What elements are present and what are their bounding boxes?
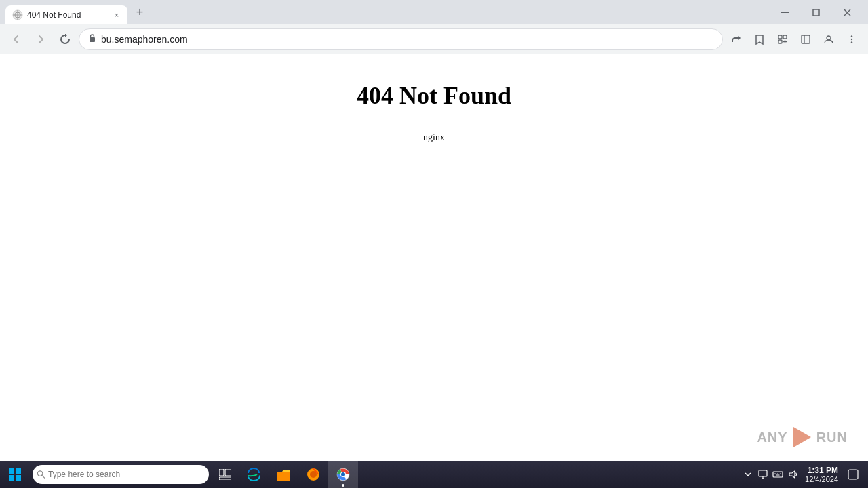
restore-button[interactable] <box>800 1 831 23</box>
forward-button[interactable] <box>30 28 52 50</box>
chrome-icon <box>335 466 351 483</box>
start-button[interactable] <box>0 461 30 488</box>
taskbar-app-firefox[interactable] <box>298 461 328 488</box>
watermark-text-run: RUN <box>816 430 848 445</box>
share-button[interactable] <box>726 28 747 50</box>
svg-rect-4 <box>781 12 789 13</box>
taskbar: 1:31 PM 12/4/2024 <box>0 461 868 488</box>
svg-rect-23 <box>219 477 231 480</box>
taskbar-app-file-explorer[interactable] <box>269 461 298 488</box>
menu-button[interactable] <box>841 28 863 50</box>
extensions-button[interactable] <box>772 28 793 50</box>
page-content: 404 Not Found nginx <box>0 54 868 461</box>
svg-point-17 <box>851 41 852 43</box>
taskbar-app-edge[interactable] <box>239 461 269 488</box>
toolbar-right-buttons <box>726 28 863 50</box>
svg-rect-10 <box>783 35 787 39</box>
task-view-button[interactable] <box>212 461 239 488</box>
page-heading: 404 Not Found <box>357 81 511 110</box>
svg-rect-30 <box>759 470 767 476</box>
edge-icon <box>245 466 262 483</box>
notification-button[interactable] <box>844 461 863 488</box>
page-divider <box>0 121 868 121</box>
minimize-button[interactable] <box>769 1 800 23</box>
svg-point-14 <box>827 36 831 40</box>
windows-logo <box>9 468 21 481</box>
svg-rect-9 <box>778 35 782 39</box>
title-bar: 404 Not Found × + <box>0 0 868 24</box>
tray-monitor[interactable] <box>756 468 770 481</box>
tab-close-button[interactable]: × <box>111 9 122 20</box>
browser-window: 404 Not Found × + <box>0 0 868 461</box>
svg-rect-39 <box>848 470 858 479</box>
reload-button[interactable] <box>54 28 76 50</box>
taskbar-search-input[interactable] <box>48 470 203 479</box>
address-text: bu.semaphoren.com <box>101 34 714 45</box>
tray-keyboard[interactable] <box>771 468 785 481</box>
svg-rect-8 <box>90 37 95 42</box>
svg-line-20 <box>42 475 45 478</box>
sidebar-button[interactable] <box>795 28 816 50</box>
active-app-indicator <box>342 484 344 487</box>
svg-rect-11 <box>778 40 782 43</box>
svg-marker-38 <box>789 471 795 478</box>
clock-date: 12/4/2024 <box>805 475 838 483</box>
notification-icon <box>848 469 859 480</box>
tab-title: 404 Not Found <box>27 10 107 20</box>
server-label: nginx <box>423 132 445 143</box>
browser-toolbar: bu.semaphoren.com <box>0 24 868 54</box>
lock-icon <box>87 33 97 45</box>
browser-tab[interactable]: 404 Not Found × <box>5 5 127 24</box>
profile-button[interactable] <box>818 28 840 50</box>
tray-chevron[interactable] <box>741 468 755 481</box>
taskbar-right: 1:31 PM 12/4/2024 <box>741 461 868 488</box>
svg-rect-21 <box>219 469 224 476</box>
svg-point-29 <box>341 472 345 476</box>
title-bar-controls <box>764 1 868 23</box>
tab-favicon <box>12 9 23 20</box>
system-tray <box>741 468 800 481</box>
svg-rect-22 <box>225 469 231 476</box>
tray-speaker[interactable] <box>786 468 800 481</box>
taskbar-search-box[interactable] <box>33 465 209 484</box>
svg-point-15 <box>851 35 852 37</box>
bookmark-button[interactable] <box>749 28 770 50</box>
anyrun-watermark: ANY RUN <box>757 426 848 449</box>
taskbar-pinned-apps <box>239 461 358 488</box>
svg-point-16 <box>851 38 852 39</box>
svg-rect-5 <box>813 9 819 16</box>
svg-rect-12 <box>802 35 810 43</box>
watermark-text-any: ANY <box>757 430 787 445</box>
close-button[interactable] <box>831 1 863 23</box>
taskbar-app-chrome[interactable] <box>328 461 358 488</box>
back-button[interactable] <box>5 28 27 50</box>
firefox-icon <box>305 466 321 483</box>
svg-rect-24 <box>277 472 290 481</box>
svg-marker-18 <box>793 427 811 447</box>
address-bar[interactable]: bu.semaphoren.com <box>79 28 723 50</box>
tab-bar: 404 Not Found × + <box>0 0 764 24</box>
svg-rect-33 <box>773 472 783 477</box>
watermark-play-icon <box>791 426 814 449</box>
taskbar-search-icon <box>37 470 45 479</box>
file-explorer-icon <box>275 466 292 483</box>
task-view-icon <box>219 469 231 480</box>
clock-time: 1:31 PM <box>805 466 838 475</box>
taskbar-clock[interactable]: 1:31 PM 12/4/2024 <box>802 466 841 483</box>
svg-point-19 <box>37 471 42 476</box>
new-tab-button[interactable]: + <box>130 3 149 22</box>
